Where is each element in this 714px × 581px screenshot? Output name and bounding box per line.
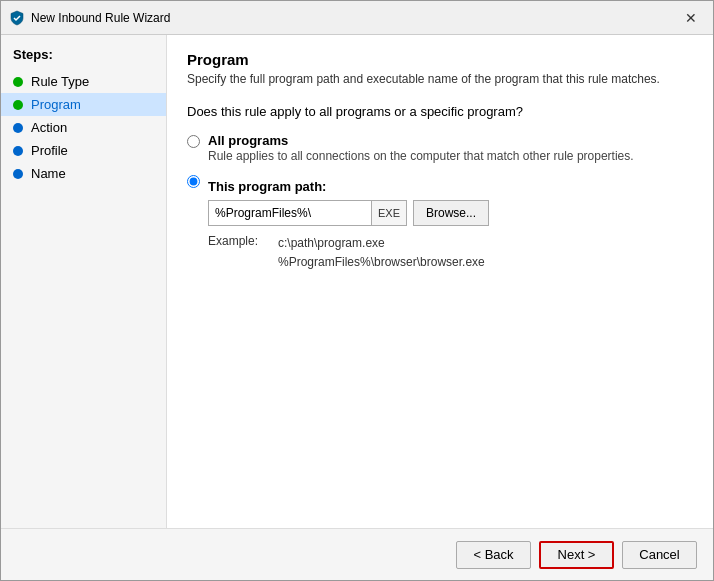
dot-icon (13, 77, 23, 87)
page-title: Program (187, 51, 693, 68)
sidebar-item-rule-type[interactable]: Rule Type (1, 70, 166, 93)
dot-icon (13, 146, 23, 156)
next-button[interactable]: Next > (539, 541, 614, 569)
all-programs-option-content: All programs Rule applies to all connect… (208, 133, 634, 163)
path-row: EXE Browse... (208, 200, 489, 226)
sidebar-item-action[interactable]: Action (1, 116, 166, 139)
page-subtitle: Specify the full program path and execut… (187, 72, 693, 86)
back-button[interactable]: < Back (456, 541, 531, 569)
sidebar-label-action: Action (31, 120, 67, 135)
browse-button[interactable]: Browse... (413, 200, 489, 226)
question-text: Does this rule apply to all programs or … (187, 104, 693, 119)
dot-icon (13, 100, 23, 110)
sidebar-item-name[interactable]: Name (1, 162, 166, 185)
option-this-program: This program path: EXE Browse... Example… (187, 173, 693, 272)
footer: < Back Next > Cancel (1, 528, 713, 580)
path-section: This program path: EXE Browse... Example… (208, 179, 489, 272)
window-icon (9, 10, 25, 26)
example-label: Example: (208, 234, 268, 272)
all-programs-radio[interactable] (187, 135, 200, 148)
dot-icon (13, 169, 23, 179)
all-programs-desc: Rule applies to all connections on the c… (208, 149, 634, 163)
this-program-label[interactable]: This program path: (208, 179, 326, 194)
sidebar-label-name: Name (31, 166, 66, 181)
steps-label: Steps: (1, 47, 166, 70)
option-all-programs: All programs Rule applies to all connect… (187, 133, 693, 163)
dot-icon (13, 123, 23, 133)
sidebar-label-profile: Profile (31, 143, 68, 158)
main-content: Program Specify the full program path an… (167, 35, 713, 528)
this-program-radio[interactable] (187, 175, 200, 188)
sidebar-item-profile[interactable]: Profile (1, 139, 166, 162)
title-bar: New Inbound Rule Wizard ✕ (1, 1, 713, 35)
window-title: New Inbound Rule Wizard (31, 11, 677, 25)
path-input[interactable] (208, 200, 372, 226)
example-row: Example: c:\path\program.exe%ProgramFile… (208, 234, 489, 272)
sidebar-label-program: Program (31, 97, 81, 112)
all-programs-label[interactable]: All programs (208, 133, 288, 148)
wizard-window: New Inbound Rule Wizard ✕ Steps: Rule Ty… (0, 0, 714, 581)
close-button[interactable]: ✕ (677, 6, 705, 30)
path-type-label: EXE (372, 200, 407, 226)
sidebar-label-rule-type: Rule Type (31, 74, 89, 89)
sidebar-item-program[interactable]: Program (1, 93, 166, 116)
content-area: Steps: Rule Type Program Action Profile … (1, 35, 713, 528)
example-values: c:\path\program.exe%ProgramFiles%\browse… (278, 234, 485, 272)
sidebar: Steps: Rule Type Program Action Profile … (1, 35, 167, 528)
cancel-button[interactable]: Cancel (622, 541, 697, 569)
